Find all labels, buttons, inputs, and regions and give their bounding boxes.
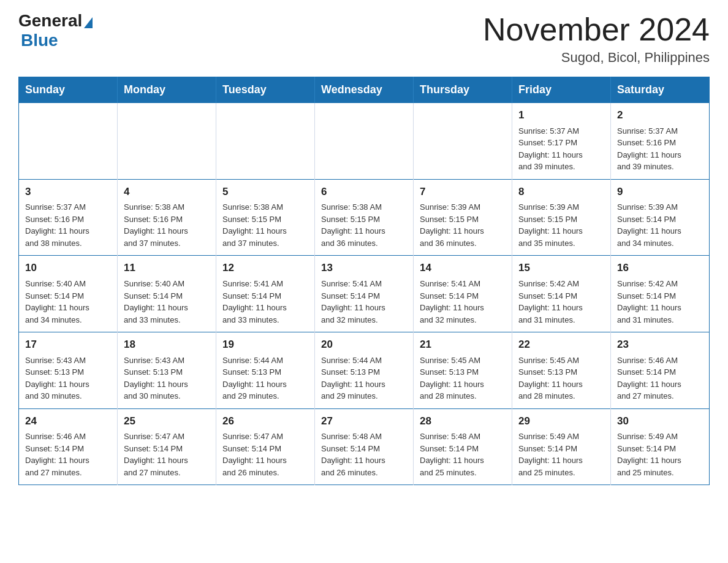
calendar-cell: 30Sunrise: 5:49 AM Sunset: 5:14 PM Dayli… [611, 408, 710, 485]
calendar-cell: 27Sunrise: 5:48 AM Sunset: 5:14 PM Dayli… [315, 408, 414, 485]
logo-text: General [18, 12, 94, 29]
day-info: Sunrise: 5:38 AM Sunset: 5:15 PM Dayligh… [321, 201, 407, 249]
day-info: Sunrise: 5:49 AM Sunset: 5:14 PM Dayligh… [617, 431, 703, 478]
logo: General Blue [18, 12, 94, 50]
day-info: Sunrise: 5:40 AM Sunset: 5:14 PM Dayligh… [25, 278, 111, 326]
calendar-cell: 14Sunrise: 5:41 AM Sunset: 5:14 PM Dayli… [414, 256, 512, 332]
day-number: 22 [518, 337, 604, 353]
day-info: Sunrise: 5:41 AM Sunset: 5:14 PM Dayligh… [420, 278, 506, 326]
calendar-cell: 28Sunrise: 5:48 AM Sunset: 5:14 PM Dayli… [414, 408, 512, 485]
page-header: General Blue November 2024 Sugod, Bicol,… [18, 12, 710, 66]
day-info: Sunrise: 5:49 AM Sunset: 5:14 PM Dayligh… [518, 431, 604, 478]
calendar-cell [118, 103, 216, 180]
day-number: 8 [518, 185, 604, 200]
calendar-body: 1Sunrise: 5:37 AM Sunset: 5:17 PM Daylig… [19, 103, 710, 485]
day-info: Sunrise: 5:42 AM Sunset: 5:14 PM Dayligh… [617, 278, 703, 326]
header-day-sunday: Sunday [19, 77, 118, 103]
calendar-cell: 23Sunrise: 5:46 AM Sunset: 5:14 PM Dayli… [611, 332, 710, 409]
logo-general: General [18, 12, 82, 29]
calendar-cell: 22Sunrise: 5:45 AM Sunset: 5:13 PM Dayli… [512, 332, 611, 409]
day-info: Sunrise: 5:44 AM Sunset: 5:13 PM Dayligh… [222, 354, 308, 402]
calendar-cell [216, 103, 315, 180]
day-info: Sunrise: 5:39 AM Sunset: 5:15 PM Dayligh… [420, 201, 506, 249]
day-number: 19 [222, 337, 308, 353]
day-number: 3 [25, 185, 111, 200]
day-number: 14 [420, 261, 506, 276]
calendar-cell: 16Sunrise: 5:42 AM Sunset: 5:14 PM Dayli… [611, 256, 710, 332]
calendar-cell: 24Sunrise: 5:46 AM Sunset: 5:14 PM Dayli… [19, 408, 118, 485]
day-number: 20 [321, 337, 407, 353]
day-number: 26 [222, 414, 308, 429]
header-day-monday: Monday [118, 77, 216, 103]
day-number: 30 [617, 414, 703, 429]
header-day-wednesday: Wednesday [315, 77, 414, 103]
header-day-tuesday: Tuesday [216, 77, 315, 103]
day-info: Sunrise: 5:44 AM Sunset: 5:13 PM Dayligh… [321, 354, 407, 402]
calendar-header: SundayMondayTuesdayWednesdayThursdayFrid… [19, 77, 710, 103]
day-number: 17 [25, 337, 111, 353]
calendar-cell: 6Sunrise: 5:38 AM Sunset: 5:15 PM Daylig… [315, 179, 414, 256]
header-day-friday: Friday [512, 77, 611, 103]
day-info: Sunrise: 5:37 AM Sunset: 5:17 PM Dayligh… [518, 125, 604, 173]
day-info: Sunrise: 5:38 AM Sunset: 5:16 PM Dayligh… [124, 201, 210, 249]
day-info: Sunrise: 5:47 AM Sunset: 5:14 PM Dayligh… [222, 431, 308, 478]
day-number: 12 [222, 261, 308, 276]
day-info: Sunrise: 5:38 AM Sunset: 5:15 PM Dayligh… [222, 201, 308, 249]
calendar-cell: 10Sunrise: 5:40 AM Sunset: 5:14 PM Dayli… [19, 256, 118, 332]
calendar-cell: 3Sunrise: 5:37 AM Sunset: 5:16 PM Daylig… [19, 179, 118, 256]
day-info: Sunrise: 5:46 AM Sunset: 5:14 PM Dayligh… [617, 354, 703, 402]
calendar-header-row: SundayMondayTuesdayWednesdayThursdayFrid… [19, 77, 710, 103]
calendar-cell: 7Sunrise: 5:39 AM Sunset: 5:15 PM Daylig… [414, 179, 512, 256]
calendar-cell [315, 103, 414, 180]
day-number: 4 [124, 185, 210, 200]
day-info: Sunrise: 5:47 AM Sunset: 5:14 PM Dayligh… [124, 431, 210, 478]
day-number: 27 [321, 414, 407, 429]
calendar-cell: 18Sunrise: 5:43 AM Sunset: 5:13 PM Dayli… [118, 332, 216, 409]
calendar-cell: 21Sunrise: 5:45 AM Sunset: 5:13 PM Dayli… [414, 332, 512, 409]
day-info: Sunrise: 5:42 AM Sunset: 5:14 PM Dayligh… [518, 278, 604, 326]
day-number: 21 [420, 337, 506, 353]
day-number: 7 [420, 185, 506, 200]
day-info: Sunrise: 5:48 AM Sunset: 5:14 PM Dayligh… [321, 431, 407, 478]
day-number: 25 [124, 414, 210, 429]
month-title: November 2024 [483, 12, 710, 47]
calendar-cell: 25Sunrise: 5:47 AM Sunset: 5:14 PM Dayli… [118, 408, 216, 485]
calendar-cell: 1Sunrise: 5:37 AM Sunset: 5:17 PM Daylig… [512, 103, 611, 180]
day-info: Sunrise: 5:43 AM Sunset: 5:13 PM Dayligh… [25, 354, 111, 402]
day-info: Sunrise: 5:37 AM Sunset: 5:16 PM Dayligh… [25, 201, 111, 249]
location-subtitle: Sugod, Bicol, Philippines [483, 50, 710, 66]
day-number: 2 [617, 108, 703, 123]
day-number: 24 [25, 414, 111, 429]
day-info: Sunrise: 5:48 AM Sunset: 5:14 PM Dayligh… [420, 431, 506, 478]
day-number: 15 [518, 261, 604, 276]
calendar-cell [414, 103, 512, 180]
day-info: Sunrise: 5:39 AM Sunset: 5:15 PM Dayligh… [518, 201, 604, 249]
calendar-cell: 12Sunrise: 5:41 AM Sunset: 5:14 PM Dayli… [216, 256, 315, 332]
day-number: 23 [617, 337, 703, 353]
day-number: 16 [617, 261, 703, 276]
calendar-week-row: 1Sunrise: 5:37 AM Sunset: 5:17 PM Daylig… [19, 103, 710, 180]
day-number: 28 [420, 414, 506, 429]
calendar-cell: 11Sunrise: 5:40 AM Sunset: 5:14 PM Dayli… [118, 256, 216, 332]
calendar-week-row: 3Sunrise: 5:37 AM Sunset: 5:16 PM Daylig… [19, 179, 710, 256]
calendar-week-row: 24Sunrise: 5:46 AM Sunset: 5:14 PM Dayli… [19, 408, 710, 485]
calendar-cell: 17Sunrise: 5:43 AM Sunset: 5:13 PM Dayli… [19, 332, 118, 409]
day-info: Sunrise: 5:40 AM Sunset: 5:14 PM Dayligh… [124, 278, 210, 326]
day-number: 6 [321, 185, 407, 200]
calendar-cell: 19Sunrise: 5:44 AM Sunset: 5:13 PM Dayli… [216, 332, 315, 409]
day-number: 1 [518, 108, 604, 123]
day-info: Sunrise: 5:46 AM Sunset: 5:14 PM Dayligh… [25, 431, 111, 478]
title-area: November 2024 Sugod, Bicol, Philippines [483, 12, 710, 66]
day-number: 9 [617, 185, 703, 200]
calendar-cell: 9Sunrise: 5:39 AM Sunset: 5:14 PM Daylig… [611, 179, 710, 256]
day-info: Sunrise: 5:43 AM Sunset: 5:13 PM Dayligh… [124, 354, 210, 402]
header-day-thursday: Thursday [414, 77, 512, 103]
calendar-cell: 4Sunrise: 5:38 AM Sunset: 5:16 PM Daylig… [118, 179, 216, 256]
calendar-week-row: 17Sunrise: 5:43 AM Sunset: 5:13 PM Dayli… [19, 332, 710, 409]
calendar-cell: 29Sunrise: 5:49 AM Sunset: 5:14 PM Dayli… [512, 408, 611, 485]
logo-blue: Blue [21, 31, 58, 50]
calendar-cell: 13Sunrise: 5:41 AM Sunset: 5:14 PM Dayli… [315, 256, 414, 332]
day-info: Sunrise: 5:45 AM Sunset: 5:13 PM Dayligh… [420, 354, 506, 402]
day-number: 13 [321, 261, 407, 276]
day-info: Sunrise: 5:45 AM Sunset: 5:13 PM Dayligh… [518, 354, 604, 402]
